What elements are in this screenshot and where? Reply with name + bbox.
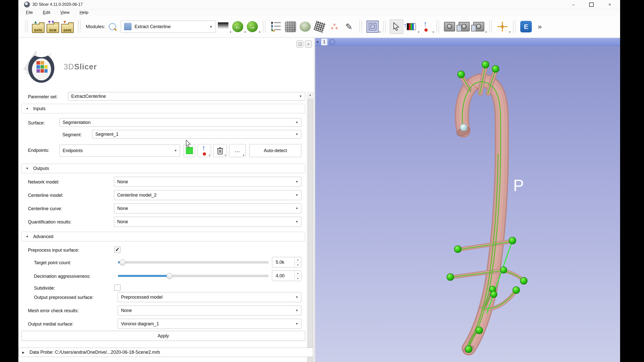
menu-help[interactable]: Help (79, 10, 88, 15)
endpoints-label: Endpoints: (28, 148, 49, 153)
chevron-down-icon: ▼ (295, 121, 298, 124)
module-selector[interactable]: Extract Centerline ▼ (121, 21, 216, 33)
centerline-model-combobox[interactable]: Centerline model_2 ▼ (114, 190, 301, 200)
models-button[interactable] (299, 20, 312, 34)
preprocessed-surface-combobox[interactable]: Preprocessed model ▼ (118, 292, 301, 302)
fiducial-icon: ↑ (201, 145, 207, 156)
spin-up-icon[interactable]: ▴ (295, 271, 301, 276)
spin-down-icon[interactable]: ▾ (295, 276, 301, 281)
dcm-folder-icon: ▼▼ DCM (47, 24, 59, 33)
toolbar-grip[interactable] (489, 21, 492, 32)
mesh-icon (314, 21, 326, 33)
module-back-button[interactable]: ← ▾ (231, 20, 244, 34)
dicom-button[interactable]: ▼▼ DCM (46, 20, 59, 34)
layout-selector-button[interactable]: ▾ (366, 20, 379, 34)
subdivide-checkbox[interactable] (114, 285, 120, 291)
toolbar-grip[interactable] (25, 21, 28, 32)
outputs-section-header[interactable]: ▼ Outputs (21, 164, 305, 173)
parameter-set-combobox[interactable]: ExtractCenterline ▼ (68, 92, 305, 101)
toolbar-overflow-button[interactable]: » (538, 23, 542, 31)
chevron-down-icon: ▼ (209, 25, 213, 29)
toolbar-grip[interactable] (383, 21, 386, 32)
save-button[interactable]: ▼ SAVE (61, 20, 74, 34)
quantification-results-combobox[interactable]: None ▼ (114, 217, 301, 227)
decimation-slider[interactable] (118, 275, 269, 277)
spin-down-icon[interactable]: ▾ (295, 262, 301, 267)
target-point-count-slider[interactable] (118, 261, 269, 263)
volume-rendering-button[interactable] (284, 20, 297, 34)
threed-view-controller-bar[interactable]: ➤ 1 (315, 38, 620, 46)
toolbar-grip[interactable] (436, 21, 439, 32)
delete-endpoint-button[interactable]: ▾ (213, 144, 227, 157)
preprocess-checkbox[interactable]: ✓ (114, 247, 120, 253)
chevron-down-icon: ▼ (295, 132, 298, 136)
markups-button[interactable]: ✳ ✳ ✳ (328, 20, 341, 34)
toolbar-grip[interactable] (263, 21, 265, 32)
segment-combobox[interactable]: Segment_1 ▼ (92, 130, 301, 139)
module-search-icon[interactable] (109, 23, 116, 30)
decimation-label: Decimation aggressiveness: (34, 274, 91, 279)
apply-button[interactable]: Apply (21, 331, 305, 341)
view-options-icon[interactable] (330, 39, 335, 45)
scene-view-button[interactable] (458, 20, 471, 34)
toolbar-grip[interactable] (513, 21, 515, 32)
menu-view[interactable]: View (60, 10, 70, 15)
menu-edit[interactable]: Edit (43, 10, 50, 15)
view-name-badge: 1 (321, 38, 328, 46)
window-level-button[interactable]: ↑ ▾ (405, 20, 418, 34)
centerline-curve-combobox[interactable]: None ▼ (114, 203, 301, 213)
target-point-count-label: Target point count: (34, 260, 71, 265)
maximize-button[interactable] (589, 3, 594, 7)
chevron-down-icon: ▼ (295, 295, 298, 299)
surface-combobox[interactable]: Segmentation ▼ (59, 118, 301, 127)
crosshair-button[interactable]: ▾ (496, 20, 509, 34)
transforms-button[interactable]: ✎ (342, 20, 355, 34)
load-data-button[interactable]: ▲ DATA (32, 20, 45, 34)
advanced-section-header[interactable]: ▼ Advanced (21, 232, 305, 241)
menu-file[interactable]: File (26, 10, 33, 15)
module-forward-button[interactable]: → ▾ (246, 20, 259, 34)
close-panel-button[interactable]: × (305, 40, 312, 48)
window-controls: – × (572, 2, 620, 7)
slider-handle[interactable] (167, 273, 173, 279)
scroll-up-icon[interactable]: ▲ (307, 93, 313, 96)
restore-scene-view-button[interactable]: ▾ (472, 20, 485, 34)
spin-up-icon[interactable]: ▴ (295, 257, 301, 262)
screenshot-button[interactable] (443, 20, 456, 34)
inputs-section-header[interactable]: ▼ Inputs (21, 104, 305, 113)
slider-handle[interactable] (119, 259, 126, 265)
chevron-down-icon: ▼ (295, 193, 298, 197)
chevron-down-icon: ▼ (295, 207, 298, 210)
toolbar-grip[interactable] (78, 21, 80, 32)
panel-scrollbar[interactable]: ▲ ▼ (307, 92, 313, 362)
segment-mesh-button[interactable] (313, 20, 326, 34)
decimation-spinbox[interactable]: 4.00 ▴ ▾ (272, 270, 301, 281)
medial-surface-combobox[interactable]: Voronoi diagram_1 ▼ (118, 319, 301, 329)
endpoint-color-button[interactable] (184, 144, 195, 157)
pin-icon[interactable]: ➤ (316, 40, 319, 44)
network-model-combobox[interactable]: None ▼ (114, 177, 301, 187)
slicer-logo-text: 3DSlicer (64, 62, 97, 71)
float-panel-button[interactable]: ❏ (296, 40, 303, 48)
sphere-icon (300, 22, 311, 32)
endpoints-combobox[interactable]: Endpoints ▼ (59, 145, 180, 157)
minimize-button[interactable]: – (572, 2, 575, 7)
place-endpoint-button[interactable]: ↑ ▾ (197, 144, 211, 157)
mesh-error-combobox[interactable]: None ▼ (118, 305, 301, 315)
subject-hierarchy-button[interactable] (269, 20, 283, 34)
camera-icon (444, 22, 455, 31)
data-probe-bar[interactable]: ▶ Data Probe: C:/Users/andra/OneDrive/..… (19, 348, 313, 357)
auto-detect-button[interactable]: Auto-detect (249, 144, 301, 157)
module-history-button[interactable]: ▾ (217, 20, 230, 34)
place-fiducial-button[interactable]: ↑ ▾ (419, 20, 432, 34)
close-button[interactable]: × (608, 2, 611, 7)
tree-icon (270, 21, 282, 32)
threed-canvas[interactable]: P (315, 46, 620, 362)
endpoint-more-button[interactable]: ... ▾ (229, 144, 246, 157)
toolbar-grip[interactable] (359, 21, 362, 32)
target-point-count-spinbox[interactable]: 5.0k ▴ ▾ (272, 257, 301, 267)
scrollbar-thumb[interactable] (308, 99, 313, 362)
extensions-manager-button[interactable]: E (519, 20, 533, 34)
history-icon (218, 22, 228, 29)
mouse-interaction-button[interactable] (390, 19, 403, 34)
